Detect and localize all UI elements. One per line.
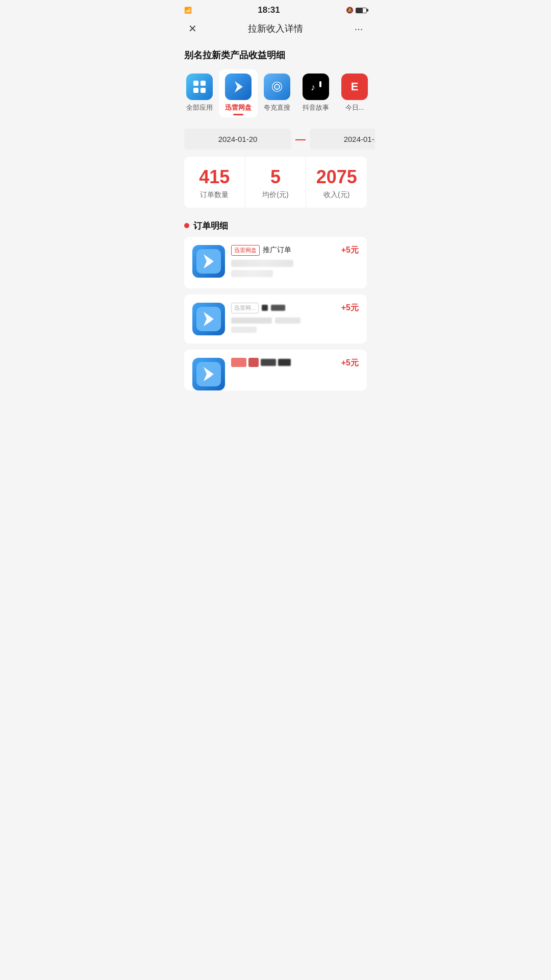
tab-all-apps[interactable]: 全部应用 (180, 69, 219, 117)
svg-rect-7 (319, 81, 321, 87)
xunlei-icon (225, 74, 252, 100)
status-bar: 📶 18:31 🔕 (176, 0, 375, 18)
jinri-icon: E (341, 74, 368, 100)
stats-row: 415 订单数量 5 均价(元) 2075 收入(元) (184, 157, 367, 208)
order-amount-3: +5元 (341, 358, 359, 369)
order-section-title: 订单明细 (176, 212, 375, 237)
order-amount-2: +5元 (341, 303, 359, 313)
signal-icon: 📶 (184, 7, 192, 14)
stat-order-count: 415 订单数量 (184, 157, 245, 208)
svg-text:♪: ♪ (311, 82, 315, 92)
revenue-label: 收入(元) (323, 190, 349, 200)
close-button[interactable]: ✕ (184, 22, 201, 35)
status-time: 18:31 (258, 5, 280, 15)
all-apps-icon (186, 74, 213, 100)
battery-icon (356, 8, 367, 13)
mute-icon: 🔕 (346, 7, 354, 14)
tab-jinri[interactable]: E 今日... (335, 69, 374, 117)
revenue-value: 2075 (316, 167, 357, 187)
douyin-icon: ♪ (303, 74, 329, 100)
header: ✕ 拉新收入详情 ··· (176, 18, 375, 41)
stat-revenue: 2075 收入(元) (306, 157, 367, 208)
order-app-icon-2 (192, 303, 225, 335)
order-amount-1: +5元 (341, 245, 359, 256)
stat-avg-price: 5 均价(元) (245, 157, 307, 208)
end-date-input[interactable] (310, 129, 375, 150)
order-title-text: 订单明细 (193, 220, 228, 232)
tab-douyin[interactable]: ♪ 抖音故事 (296, 69, 335, 117)
tab-douyin-label: 抖音故事 (303, 103, 329, 112)
active-indicator (233, 114, 243, 115)
avg-price-value: 5 (270, 167, 281, 187)
status-right: 🔕 (346, 7, 367, 14)
order-info-2: 迅雷网... (231, 303, 335, 333)
tab-xunlei-label: 迅雷网盘 (225, 103, 252, 112)
order-tags-1: 迅雷网盘 推广订单 (231, 245, 335, 256)
order-blur-1b (231, 270, 273, 277)
start-date-input[interactable] (184, 129, 291, 150)
svg-rect-2 (193, 88, 198, 93)
app-tabs: 全部应用 迅雷网盘 夸克直搜 ♪ 抖音 (176, 67, 375, 121)
order-card-3: +5元 (184, 350, 367, 390)
order-card: 迅雷网盘 推广订单 +5元 (184, 237, 367, 288)
svg-point-5 (275, 85, 279, 89)
order-app-tag-2: 迅雷网... (231, 303, 259, 313)
svg-rect-1 (201, 81, 206, 86)
order-tags-2: 迅雷网... (231, 303, 335, 313)
order-count-value: 415 (199, 167, 230, 187)
tab-kuake[interactable]: 夸克直搜 (258, 69, 296, 117)
order-app-icon-1 (192, 245, 225, 278)
tab-jinri-label: 今日... (345, 103, 364, 112)
page-title: 拉新收入详情 (248, 22, 303, 35)
tab-kuake-label: 夸克直搜 (264, 103, 290, 112)
avg-price-label: 均价(元) (262, 190, 288, 200)
order-tags-3 (231, 358, 335, 367)
date-separator: — (295, 133, 306, 145)
kuake-icon (264, 74, 290, 100)
tab-xunlei[interactable]: 迅雷网盘 (219, 69, 258, 117)
order-info-1: 迅雷网盘 推广订单 (231, 245, 335, 280)
order-blur-1a (231, 260, 293, 267)
order-card-2: 迅雷网... +5元 (184, 295, 367, 344)
order-count-label: 订单数量 (200, 190, 229, 200)
tab-all-apps-label: 全部应用 (186, 103, 213, 112)
order-info-3 (231, 358, 335, 371)
svg-rect-0 (193, 81, 198, 86)
section-title: 别名拉新类产品收益明细 (176, 41, 375, 67)
order-promo-label-1: 推广订单 (263, 246, 291, 255)
order-app-tag-1: 迅雷网盘 (231, 245, 260, 256)
svg-rect-3 (201, 88, 206, 93)
date-filter: — 查询 (176, 121, 375, 157)
order-app-icon-3 (192, 358, 225, 390)
more-button[interactable]: ··· (350, 23, 367, 35)
section-dot (184, 223, 189, 228)
